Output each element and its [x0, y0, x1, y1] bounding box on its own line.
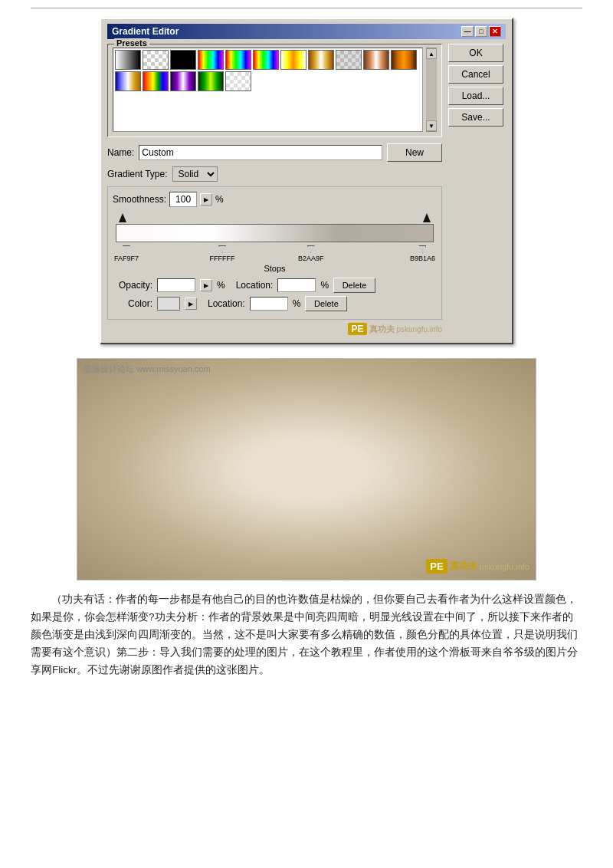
- save-button[interactable]: Save...: [448, 108, 503, 127]
- color-location-label: Location:: [208, 298, 245, 309]
- presets-label: Presets: [114, 38, 149, 48]
- color-stop-label-3: B2AA9F: [298, 255, 324, 262]
- minimize-button[interactable]: —: [461, 26, 474, 37]
- color-swatch-preview[interactable]: [157, 297, 180, 311]
- preset-swatch[interactable]: [170, 50, 196, 70]
- opacity-stops-row: [113, 213, 437, 222]
- gradient-type-label: Gradient Type:: [107, 169, 168, 179]
- dialog-body: Presets: [107, 44, 506, 335]
- color-ctrl-label: Color:: [113, 298, 152, 309]
- preset-swatch[interactable]: [143, 50, 169, 70]
- presets-group: Presets: [107, 44, 442, 137]
- color-stop-4[interactable]: B9B1A6: [410, 245, 435, 262]
- color-stop-arrow-1: [123, 245, 130, 253]
- opacity-delete-button[interactable]: Delete: [333, 278, 375, 293]
- dialog-watermark-brand: 真功夫: [369, 324, 395, 335]
- color-stop-arrow-4: [418, 245, 426, 253]
- dialog-watermark: PE 真功夫 pskungfu.info: [107, 323, 442, 335]
- gradient-settings-panel: Smoothness: ▶ %: [107, 186, 442, 320]
- dialog-title: Gradient Editor: [112, 26, 179, 37]
- smoothness-input[interactable]: [169, 192, 197, 207]
- dialog-wrapper: Gradient Editor — □ ✕ Presets: [31, 18, 582, 344]
- gradient-bar[interactable]: [116, 224, 434, 242]
- preset-swatch[interactable]: [225, 71, 251, 91]
- color-location-pct: %: [293, 298, 301, 309]
- top-divider: [31, 8, 582, 8]
- stops-center-label: Stops: [113, 264, 437, 273]
- cancel-button[interactable]: Cancel: [448, 65, 503, 84]
- maximize-button[interactable]: □: [475, 26, 487, 37]
- dialog-pe-logo: PE: [348, 323, 366, 335]
- image-url: pskungfu.info: [480, 562, 529, 571]
- opacity-value-input[interactable]: [157, 278, 195, 292]
- color-stops-row: FAF9F7 FFFFFF B2AA9F: [113, 244, 437, 262]
- preset-swatch[interactable]: [198, 50, 224, 70]
- preset-swatch[interactable]: [280, 50, 306, 70]
- opacity-stop-left[interactable]: [119, 213, 126, 222]
- color-ctrl-row: Color: ▶ Location: % Delete: [113, 296, 437, 311]
- presets-scrollbar: ▲ ▼: [426, 48, 437, 132]
- color-stop-label-2: FFFFFF: [209, 255, 234, 262]
- image-brand: 真功夫: [450, 560, 477, 573]
- image-preview-wrapper: 思缘设计论坛 www.missyuan.com PE 真功夫 pskungfu.…: [31, 358, 582, 580]
- preset-swatch[interactable]: [143, 71, 169, 91]
- scroll-track: [426, 59, 437, 120]
- preset-swatch[interactable]: [253, 50, 279, 70]
- opacity-stop-right[interactable]: [423, 213, 431, 222]
- gradient-type-select[interactable]: Solid Noise: [172, 166, 218, 182]
- color-stop-2[interactable]: FFFFFF: [209, 245, 234, 262]
- opacity-arrow-btn[interactable]: ▶: [200, 279, 212, 291]
- smoothness-label: Smoothness:: [113, 194, 166, 205]
- preset-swatch[interactable]: [225, 50, 251, 70]
- name-row: Name: New: [107, 143, 442, 162]
- close-button[interactable]: ✕: [489, 26, 501, 37]
- scroll-down-button[interactable]: ▼: [426, 120, 437, 131]
- preset-swatch[interactable]: [115, 71, 141, 91]
- color-location-input[interactable]: [250, 297, 288, 311]
- image-background: [77, 359, 536, 580]
- presets-area: ▲ ▼: [113, 48, 437, 132]
- preset-swatch[interactable]: [363, 50, 389, 70]
- image-label: 思缘设计论坛 www.missyuan.com: [84, 363, 211, 375]
- color-arrow-btn[interactable]: ▶: [185, 298, 197, 310]
- image-watermark: PE 真功夫 pskungfu.info: [426, 559, 529, 574]
- color-stop-label-4: B9B1A6: [410, 255, 435, 262]
- smoothness-row: Smoothness: ▶ %: [113, 192, 437, 207]
- smoothness-arrow-button[interactable]: ▶: [200, 193, 212, 205]
- opacity-ctrl-row: Opacity: ▶ % Location: % Delete: [113, 278, 437, 293]
- titlebar-controls: — □ ✕: [461, 26, 501, 37]
- scroll-up-button[interactable]: ▲: [426, 48, 437, 59]
- load-button[interactable]: Load...: [448, 87, 503, 105]
- preset-swatch[interactable]: [198, 71, 224, 91]
- name-input[interactable]: [139, 145, 382, 160]
- color-stop-arrow-3: [307, 245, 315, 253]
- dialog-left-panel: Presets: [107, 44, 442, 335]
- opacity-location-label: Location:: [236, 280, 274, 291]
- opacity-location-input[interactable]: [277, 278, 316, 292]
- color-delete-button[interactable]: Delete: [305, 296, 347, 311]
- opacity-location-pct: %: [320, 280, 329, 291]
- color-stop-3[interactable]: B2AA9F: [298, 245, 324, 262]
- gradient-bar-area: FAF9F7 FFFFFF B2AA9F: [113, 213, 437, 273]
- preset-swatch[interactable]: [391, 50, 417, 70]
- color-stop-label-1: FAF9F7: [114, 255, 139, 262]
- preset-swatch[interactable]: [308, 50, 334, 70]
- image-pe-logo: PE: [426, 559, 447, 574]
- preset-swatch[interactable]: [336, 50, 362, 70]
- preset-swatch[interactable]: [170, 71, 196, 91]
- new-button[interactable]: New: [387, 143, 442, 162]
- image-preview: 思缘设计论坛 www.missyuan.com PE 真功夫 pskungfu.…: [77, 358, 536, 580]
- bottom-text: （功夫有话：作者的每一步都是有他自己的目的也许数值是枯燥的，但你要自己去看作者为…: [31, 591, 582, 679]
- dialog-titlebar: Gradient Editor — □ ✕: [107, 24, 506, 39]
- color-stop-arrow-2: [218, 245, 226, 253]
- name-label: Name:: [107, 147, 134, 158]
- smoothness-percent: %: [215, 194, 224, 205]
- opacity-pct: %: [217, 280, 225, 291]
- presets-grid-wrapper: [113, 48, 423, 132]
- gradient-editor-dialog: Gradient Editor — □ ✕ Presets: [100, 18, 513, 344]
- color-stop-1[interactable]: FAF9F7: [114, 245, 139, 262]
- opacity-ctrl-label: Opacity:: [113, 280, 152, 291]
- ok-button[interactable]: OK: [448, 44, 503, 62]
- preset-swatch[interactable]: [115, 50, 141, 70]
- dialog-watermark-url: pskungfu.info: [397, 325, 443, 334]
